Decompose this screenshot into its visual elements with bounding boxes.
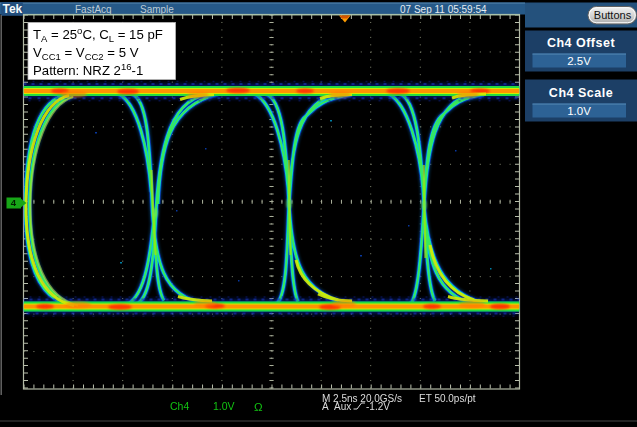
svg-text:A: A [322, 401, 329, 412]
svg-text:-1.2V: -1.2V [366, 401, 390, 412]
svg-text:1.0V: 1.0V [213, 400, 235, 412]
svg-text:Buttons: Buttons [594, 9, 632, 21]
svg-text:Ω: Ω [254, 401, 263, 413]
svg-text:Sample: Sample [140, 4, 174, 15]
svg-text:Ch4 Offset: Ch4 Offset [547, 36, 616, 50]
svg-text:FastAcq: FastAcq [75, 4, 112, 15]
svg-text:Ch4 Scale: Ch4 Scale [549, 86, 613, 100]
svg-text:Aux: Aux [334, 401, 351, 412]
svg-text:Ch4: Ch4 [170, 400, 189, 412]
svg-text:TA = 25oC, CL = 15 pF: TA = 25oC, CL = 15 pF [33, 25, 163, 44]
svg-text:Tek: Tek [3, 2, 23, 16]
svg-text:ET 50.0ps/pt: ET 50.0ps/pt [419, 393, 476, 404]
svg-text:07 Sep 11 05:59:54: 07 Sep 11 05:59:54 [400, 4, 487, 15]
svg-text:2.5V: 2.5V [567, 55, 591, 67]
svg-text:4: 4 [11, 197, 17, 208]
svg-text:1.0V: 1.0V [567, 105, 591, 117]
